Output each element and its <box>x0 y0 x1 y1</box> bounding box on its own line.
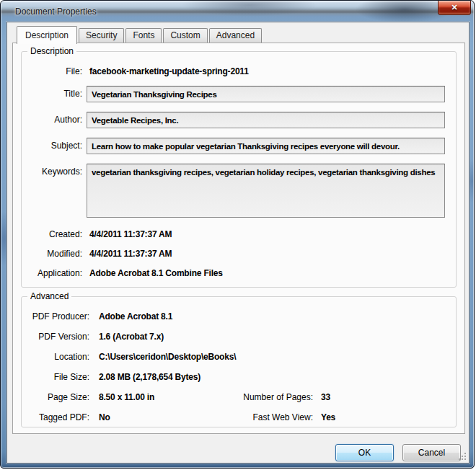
file-size-label: File Size: <box>22 372 89 382</box>
advanced-groupbox: Advanced PDF Producer: Adobe Acrobat 8.1… <box>21 296 457 427</box>
tab-custom[interactable]: Custom <box>163 28 207 43</box>
advanced-groupbox-legend: Advanced <box>27 291 71 302</box>
tab-fonts[interactable]: Fonts <box>125 28 162 43</box>
modified-value: 4/4/2011 11:37:37 AM <box>89 249 172 259</box>
file-row: File: facebook-marketing-update-spring-2… <box>22 66 449 76</box>
page-size-label: Page Size: <box>22 392 89 402</box>
file-size-row: File Size: 2.08 MB (2,178,654 Bytes) <box>22 372 449 382</box>
modified-label: Modified: <box>22 249 82 259</box>
tab-advanced[interactable]: Advanced <box>209 28 262 43</box>
subject-label: Subject: <box>22 141 82 151</box>
created-value: 4/4/2011 11:37:37 AM <box>89 229 172 239</box>
number-of-pages-label: Number of Pages: <box>188 392 313 402</box>
ok-button[interactable]: OK <box>335 444 394 461</box>
document-properties-dialog: Document Properties ✕ Description Securi… <box>0 0 475 469</box>
title-label: Title: <box>22 89 82 99</box>
close-icon: ✕ <box>451 4 457 12</box>
subject-input[interactable] <box>87 138 445 154</box>
window-title[interactable]: Document Properties <box>15 6 97 17</box>
close-button[interactable]: ✕ <box>438 1 471 15</box>
pdf-producer-label: PDF Producer: <box>22 311 89 322</box>
created-label: Created: <box>22 229 82 239</box>
tab-strip: Description Security Fonts Custom Advanc… <box>17 25 262 43</box>
keywords-textarea[interactable]: vegetarian thanksgiving recipes, vegetar… <box>87 164 445 218</box>
description-groupbox: Description File: facebook-marketing-upd… <box>21 51 457 288</box>
pdf-producer-row: PDF Producer: Adobe Acrobat 8.1 <box>22 311 449 322</box>
fast-web-view-value: Yes <box>321 412 335 422</box>
tab-description[interactable]: Description <box>17 26 77 44</box>
tab-security[interactable]: Security <box>79 28 124 43</box>
fast-web-view-row: Fast Web View: Yes <box>188 412 335 422</box>
tab-page-description: Description File: facebook-marketing-upd… <box>12 43 465 434</box>
pdf-producer-value: Adobe Acrobat 8.1 <box>99 311 172 322</box>
file-label: File: <box>22 66 82 76</box>
location-value: C:\Users\ceridon\Desktop\eBooks\ <box>99 352 236 362</box>
number-of-pages-value: 33 <box>321 392 330 402</box>
tagged-pdf-value: No <box>99 412 110 422</box>
title-input[interactable] <box>87 86 445 102</box>
author-label: Author: <box>22 115 82 125</box>
number-of-pages-row: Number of Pages: 33 <box>188 392 330 402</box>
created-row: Created: 4/4/2011 11:37:37 AM <box>22 229 449 239</box>
description-groupbox-legend: Description <box>27 46 76 57</box>
pdf-version-value: 1.6 (Acrobat 7.x) <box>99 332 164 342</box>
pdf-version-label: PDF Version: <box>22 332 89 342</box>
cancel-button[interactable]: Cancel <box>402 444 461 461</box>
fast-web-view-label: Fast Web View: <box>188 412 313 422</box>
resize-grip[interactable] <box>458 452 467 461</box>
location-row: Location: C:\Users\ceridon\Desktop\eBook… <box>22 352 449 362</box>
pdf-version-row: PDF Version: 1.6 (Acrobat 7.x) <box>22 332 449 342</box>
modified-row: Modified: 4/4/2011 11:37:37 AM <box>22 249 449 259</box>
file-size-value: 2.08 MB (2,178,654 Bytes) <box>99 372 200 382</box>
tagged-pdf-label: Tagged PDF: <box>22 412 89 422</box>
dialog-client-area: Description Security Fonts Custom Advanc… <box>6 22 470 464</box>
keywords-label: Keywords: <box>22 167 82 177</box>
application-value: Adobe Acrobat 8.1 Combine Files <box>89 268 223 278</box>
application-label: Application: <box>22 268 82 278</box>
page-size-value: 8.50 x 11.00 in <box>99 392 154 402</box>
file-value: facebook-marketing-update-spring-2011 <box>89 66 249 76</box>
application-row: Application: Adobe Acrobat 8.1 Combine F… <box>22 268 449 278</box>
location-label: Location: <box>22 352 89 362</box>
author-input[interactable] <box>87 112 445 128</box>
